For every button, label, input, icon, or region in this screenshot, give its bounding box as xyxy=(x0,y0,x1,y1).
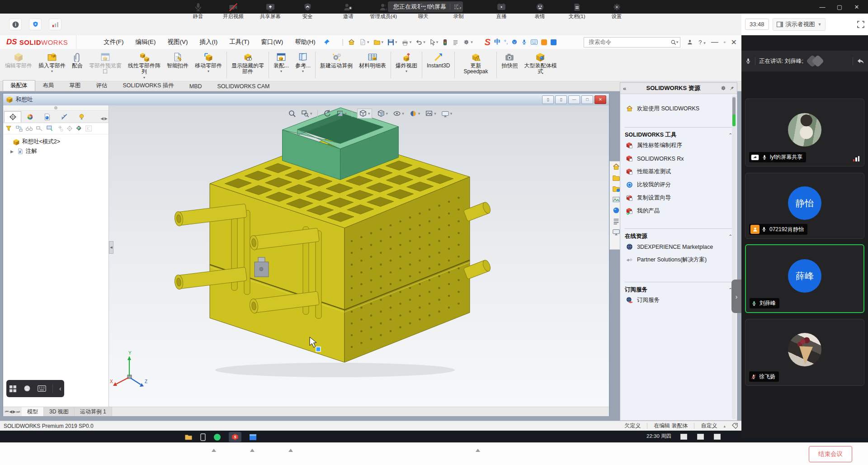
welcome-link[interactable]: 欢迎使用 SOLIDWORKS xyxy=(625,102,732,115)
minimize-icon[interactable]: — xyxy=(816,1,829,12)
participant-tile-liuxuefeng[interactable]: 薛峰 刘薛峰 xyxy=(745,244,864,313)
status-custom-caret[interactable]: ▴ xyxy=(723,424,726,428)
taskbar-solidworks-icon[interactable]: S xyxy=(229,432,241,442)
invite-button[interactable]: 邀请 xyxy=(343,2,354,20)
flatten-tree-icon[interactable] xyxy=(16,125,23,132)
ime-emoji-icon[interactable] xyxy=(511,39,518,45)
edit-appearance-icon[interactable]: ▾ xyxy=(409,109,420,118)
cmd-instant3d[interactable]: Instant3D xyxy=(424,49,453,81)
bom-list-icon[interactable] xyxy=(452,39,459,46)
tree-root-assembly[interactable]: 和想吐<模式2> xyxy=(5,137,107,147)
tab-dimxpert-manager[interactable] xyxy=(56,111,73,123)
tree-annotations[interactable]: ▶ A 注解 xyxy=(5,147,107,156)
task-pane-scrollbar[interactable] xyxy=(732,95,736,419)
tab-display-manager[interactable] xyxy=(73,111,90,123)
doc-close-icon[interactable]: ✕ xyxy=(594,95,606,104)
chat-button[interactable]: 聊天 xyxy=(418,2,429,20)
taskpane-gear-icon[interactable] xyxy=(720,85,726,91)
tab-last-icon[interactable]: ⏭ xyxy=(16,409,20,414)
display-style-icon[interactable]: ▾ xyxy=(377,109,388,118)
doc-pane-right-icon[interactable]: ▯ xyxy=(555,95,567,104)
cmd-large-assembly-mode[interactable]: 大型装配体模式 xyxy=(521,49,560,81)
apply-scene-icon[interactable]: ▾ xyxy=(425,109,436,118)
presenter-view-button[interactable]: 演示者视图 ▼ xyxy=(773,18,826,31)
cmd-edit-component[interactable]: 编辑零部件 xyxy=(2,49,35,81)
record-options-caret[interactable] xyxy=(476,449,480,452)
end-meeting-button[interactable]: 结束会议 xyxy=(809,446,852,462)
command-search[interactable]: ▾ xyxy=(584,37,680,47)
open-button[interactable]: ▾ xyxy=(373,38,384,46)
select-button[interactable]: ▾ xyxy=(429,39,439,46)
section-online-resources[interactable]: 在线资源⌃ xyxy=(625,228,732,240)
help-button[interactable]: ? ▾ xyxy=(698,39,705,46)
rollback-icon[interactable] xyxy=(36,126,43,131)
tab-configuration-manager[interactable] xyxy=(38,111,56,123)
ime-punctuation-icon[interactable]: °, xyxy=(504,39,508,45)
security-button[interactable]: 安全 xyxy=(302,2,313,20)
tab-sketch[interactable]: 草图 xyxy=(62,80,89,91)
pin-icon[interactable]: 📌︎ xyxy=(729,85,734,91)
cmd-assembly-features[interactable]: 装配...▾ xyxy=(270,49,292,81)
ime-shop-icon[interactable] xyxy=(541,39,547,45)
reply-arrow-icon[interactable] xyxy=(857,58,864,65)
file-explorer-icon[interactable] xyxy=(612,185,620,193)
tab-feature-tree[interactable] xyxy=(4,111,21,123)
fullscreen-button[interactable] xyxy=(857,21,864,28)
record-button[interactable]: 录制 xyxy=(453,2,464,20)
doc-pane-left-icon[interactable]: ▯ xyxy=(542,95,554,104)
share-options-caret[interactable] xyxy=(288,449,293,452)
status-custom[interactable]: 自定义 xyxy=(701,422,717,430)
emoji-button[interactable]: 表情 xyxy=(535,2,545,20)
taskbar-app-icon[interactable] xyxy=(213,433,221,441)
layout-grid-icon[interactable] xyxy=(9,385,17,393)
new-document-button[interactable]: ▾ xyxy=(359,38,369,46)
view-settings-icon[interactable]: ▾ xyxy=(441,109,453,118)
maximize-icon[interactable]: ▢ xyxy=(833,1,846,12)
screen-capture-icon[interactable] xyxy=(612,228,620,236)
user-account-icon[interactable] xyxy=(687,39,693,45)
scrollbar-thumb[interactable] xyxy=(732,97,736,126)
design-library-icon[interactable] xyxy=(612,174,620,182)
ime-lang-toggle[interactable]: 中 xyxy=(494,38,500,46)
sw-close-icon[interactable]: ✕ xyxy=(731,38,737,47)
cmd-insert-component[interactable]: 插入零部件▾ xyxy=(35,49,69,81)
search-input[interactable] xyxy=(588,38,670,46)
sw-restore-icon[interactable]: ▫ xyxy=(724,39,726,45)
graphics-viewport[interactable]: ▾ ▾ ▾ ▾ ▾ ▾ ▾ ▾ xyxy=(109,105,609,407)
print-button[interactable]: ▾ xyxy=(401,39,412,46)
tray-icon[interactable] xyxy=(714,434,721,440)
doc-maximize-icon[interactable]: □ xyxy=(581,95,593,104)
interference-icon[interactable] xyxy=(442,39,448,46)
tab-property-manager[interactable] xyxy=(21,111,38,123)
start-video-button[interactable]: 开启视频 xyxy=(223,2,244,20)
tab-layout[interactable]: 布局 xyxy=(35,80,62,91)
meeting-network-icon[interactable] xyxy=(49,19,61,30)
mute-options-caret[interactable] xyxy=(212,449,216,452)
close-icon[interactable]: ✕ xyxy=(850,1,863,12)
undo-button[interactable]: ▾ xyxy=(415,39,425,46)
menu-view[interactable]: 视图(V) xyxy=(167,38,188,46)
item-my-products[interactable]: 我的产品 xyxy=(625,204,732,218)
move-tree-icon[interactable] xyxy=(76,125,82,132)
menu-window[interactable]: 窗口(W) xyxy=(261,38,283,46)
manage-members-button[interactable]: 管理成员(4) xyxy=(370,2,397,20)
filter-icon[interactable] xyxy=(6,125,13,132)
cmd-move-component[interactable]: 移动零部件▾ xyxy=(192,49,225,81)
tray-icon[interactable] xyxy=(680,434,687,440)
participant-tile-lyf[interactable]: lyf的屏幕共享 xyxy=(745,99,864,166)
item-solidworks-rx[interactable]: SOLIDWORKS Rx xyxy=(625,152,732,165)
previous-view-icon[interactable] xyxy=(323,109,331,118)
section-view-icon[interactable]: ▾ xyxy=(336,109,347,118)
binoculars-icon[interactable] xyxy=(26,126,33,132)
item-performance-benchmark[interactable]: 性能基准测试 xyxy=(625,165,732,178)
home-button[interactable] xyxy=(348,38,355,46)
video-options-caret[interactable] xyxy=(250,449,255,452)
cmd-take-snapshot[interactable]: 拍快照 xyxy=(498,49,521,81)
tab-sw-cam[interactable]: SOLIDWORKS CAM xyxy=(210,81,278,91)
options-button[interactable]: ▾ xyxy=(463,39,473,46)
settings-button[interactable]: 设置 xyxy=(612,2,622,20)
feat-tab-scroll-right-icon[interactable]: ▶ xyxy=(104,116,108,121)
search-dropdown-icon[interactable]: ▾ xyxy=(676,40,679,44)
documents-button[interactable]: 文档(1) xyxy=(568,2,585,20)
view-tab-3d[interactable]: 3D 视图 xyxy=(44,407,75,416)
